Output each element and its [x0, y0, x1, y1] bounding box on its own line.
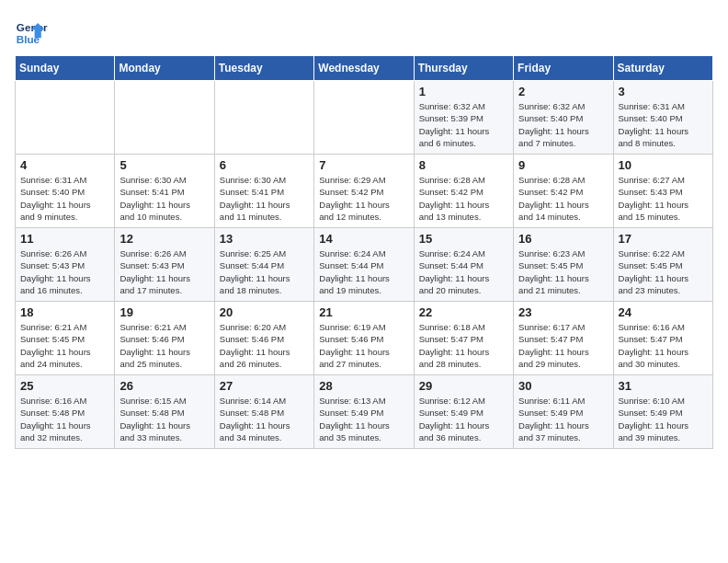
- day-info: Sunrise: 6:11 AM Sunset: 5:49 PM Dayligh…: [518, 395, 608, 443]
- week-row-2: 4Sunrise: 6:31 AM Sunset: 5:40 PM Daylig…: [16, 155, 713, 228]
- day-cell: [214, 81, 313, 155]
- day-number: 24: [619, 305, 708, 319]
- day-info: Sunrise: 6:24 AM Sunset: 5:44 PM Dayligh…: [319, 247, 408, 296]
- day-number: 28: [319, 379, 408, 393]
- day-cell: 11Sunrise: 6:26 AM Sunset: 5:43 PM Dayli…: [16, 228, 115, 302]
- day-number: 22: [419, 305, 508, 319]
- day-cell: 15Sunrise: 6:24 AM Sunset: 5:44 PM Dayli…: [414, 228, 513, 302]
- day-info: Sunrise: 6:21 AM Sunset: 5:45 PM Dayligh…: [20, 321, 109, 370]
- day-info: Sunrise: 6:18 AM Sunset: 5:47 PM Dayligh…: [419, 321, 508, 370]
- header-saturday: Saturday: [613, 56, 712, 81]
- day-cell: 30Sunrise: 6:11 AM Sunset: 5:49 PM Dayli…: [514, 375, 613, 449]
- day-number: 5: [119, 158, 209, 172]
- day-info: Sunrise: 6:26 AM Sunset: 5:43 PM Dayligh…: [20, 247, 109, 296]
- day-cell: 27Sunrise: 6:14 AM Sunset: 5:48 PM Dayli…: [214, 375, 313, 449]
- day-info: Sunrise: 6:26 AM Sunset: 5:43 PM Dayligh…: [119, 247, 209, 296]
- day-cell: 9Sunrise: 6:28 AM Sunset: 5:42 PM Daylig…: [514, 155, 613, 228]
- svg-text:General: General: [17, 21, 48, 33]
- day-number: 9: [518, 158, 608, 172]
- day-info: Sunrise: 6:13 AM Sunset: 5:49 PM Dayligh…: [319, 395, 408, 443]
- day-info: Sunrise: 6:30 AM Sunset: 5:41 PM Dayligh…: [119, 174, 209, 223]
- day-cell: 26Sunrise: 6:15 AM Sunset: 5:48 PM Dayli…: [115, 375, 214, 449]
- logo: General Blue: [15, 15, 48, 48]
- day-cell: 19Sunrise: 6:21 AM Sunset: 5:46 PM Dayli…: [115, 302, 214, 375]
- day-number: 15: [419, 232, 508, 246]
- day-cell: [115, 81, 214, 155]
- day-cell: 12Sunrise: 6:26 AM Sunset: 5:43 PM Dayli…: [115, 228, 214, 302]
- day-cell: 14Sunrise: 6:24 AM Sunset: 5:44 PM Dayli…: [314, 228, 414, 302]
- day-info: Sunrise: 6:32 AM Sunset: 5:40 PM Dayligh…: [518, 100, 608, 149]
- day-cell: 28Sunrise: 6:13 AM Sunset: 5:49 PM Dayli…: [314, 375, 414, 449]
- day-number: 8: [419, 158, 508, 172]
- day-info: Sunrise: 6:17 AM Sunset: 5:47 PM Dayligh…: [518, 321, 608, 370]
- day-number: 4: [20, 158, 109, 172]
- day-number: 27: [220, 379, 309, 393]
- day-cell: 31Sunrise: 6:10 AM Sunset: 5:49 PM Dayli…: [613, 375, 712, 449]
- day-number: 18: [20, 305, 109, 319]
- day-cell: 29Sunrise: 6:12 AM Sunset: 5:49 PM Dayli…: [414, 375, 513, 449]
- day-info: Sunrise: 6:29 AM Sunset: 5:42 PM Dayligh…: [319, 174, 408, 223]
- day-number: 23: [518, 305, 608, 319]
- day-number: 13: [220, 232, 309, 246]
- day-cell: 20Sunrise: 6:20 AM Sunset: 5:46 PM Dayli…: [214, 302, 313, 375]
- day-number: 20: [220, 305, 309, 319]
- day-number: 30: [518, 379, 608, 393]
- day-cell: 7Sunrise: 6:29 AM Sunset: 5:42 PM Daylig…: [314, 155, 414, 228]
- day-info: Sunrise: 6:31 AM Sunset: 5:40 PM Dayligh…: [20, 174, 109, 223]
- header-sunday: Sunday: [16, 56, 115, 81]
- day-number: 11: [20, 232, 109, 246]
- day-info: Sunrise: 6:23 AM Sunset: 5:45 PM Dayligh…: [518, 247, 608, 296]
- day-number: 7: [319, 158, 408, 172]
- day-cell: 3Sunrise: 6:31 AM Sunset: 5:40 PM Daylig…: [613, 81, 712, 155]
- day-number: 25: [20, 379, 109, 393]
- day-cell: 24Sunrise: 6:16 AM Sunset: 5:47 PM Dayli…: [613, 302, 712, 375]
- day-info: Sunrise: 6:16 AM Sunset: 5:48 PM Dayligh…: [20, 395, 109, 443]
- day-number: 17: [619, 232, 708, 246]
- week-row-3: 11Sunrise: 6:26 AM Sunset: 5:43 PM Dayli…: [16, 228, 713, 302]
- day-info: Sunrise: 6:20 AM Sunset: 5:46 PM Dayligh…: [220, 321, 309, 370]
- day-info: Sunrise: 6:21 AM Sunset: 5:46 PM Dayligh…: [119, 321, 209, 370]
- day-number: 10: [619, 158, 708, 172]
- day-cell: 22Sunrise: 6:18 AM Sunset: 5:47 PM Dayli…: [414, 302, 513, 375]
- week-row-4: 18Sunrise: 6:21 AM Sunset: 5:45 PM Dayli…: [16, 302, 713, 375]
- calendar-table: SundayMondayTuesdayWednesdayThursdayFrid…: [15, 55, 713, 449]
- day-cell: 25Sunrise: 6:16 AM Sunset: 5:48 PM Dayli…: [16, 375, 115, 449]
- day-cell: 2Sunrise: 6:32 AM Sunset: 5:40 PM Daylig…: [514, 81, 613, 155]
- header-friday: Friday: [514, 56, 613, 81]
- day-number: 31: [619, 379, 708, 393]
- day-number: 14: [319, 232, 408, 246]
- day-info: Sunrise: 6:28 AM Sunset: 5:42 PM Dayligh…: [419, 174, 508, 223]
- day-cell: 13Sunrise: 6:25 AM Sunset: 5:44 PM Dayli…: [214, 228, 313, 302]
- day-number: 1: [419, 85, 508, 98]
- day-number: 2: [518, 85, 608, 98]
- day-number: 29: [419, 379, 508, 393]
- week-row-1: 1Sunrise: 6:32 AM Sunset: 5:39 PM Daylig…: [16, 81, 713, 155]
- day-number: 16: [518, 232, 608, 246]
- day-info: Sunrise: 6:19 AM Sunset: 5:46 PM Dayligh…: [319, 321, 408, 370]
- day-cell: 1Sunrise: 6:32 AM Sunset: 5:39 PM Daylig…: [414, 81, 513, 155]
- week-row-5: 25Sunrise: 6:16 AM Sunset: 5:48 PM Dayli…: [16, 375, 713, 449]
- header-wednesday: Wednesday: [314, 56, 414, 81]
- header-thursday: Thursday: [414, 56, 513, 81]
- day-info: Sunrise: 6:27 AM Sunset: 5:43 PM Dayligh…: [619, 174, 708, 223]
- day-info: Sunrise: 6:16 AM Sunset: 5:47 PM Dayligh…: [619, 321, 708, 370]
- day-info: Sunrise: 6:10 AM Sunset: 5:49 PM Dayligh…: [619, 395, 708, 443]
- day-info: Sunrise: 6:24 AM Sunset: 5:44 PM Dayligh…: [419, 247, 508, 296]
- day-info: Sunrise: 6:31 AM Sunset: 5:40 PM Dayligh…: [619, 100, 708, 149]
- day-info: Sunrise: 6:32 AM Sunset: 5:39 PM Dayligh…: [419, 100, 508, 149]
- day-info: Sunrise: 6:28 AM Sunset: 5:42 PM Dayligh…: [518, 174, 608, 223]
- day-number: 12: [119, 232, 209, 246]
- calendar-header-row: SundayMondayTuesdayWednesdayThursdayFrid…: [16, 56, 713, 81]
- day-cell: 18Sunrise: 6:21 AM Sunset: 5:45 PM Dayli…: [16, 302, 115, 375]
- day-number: 26: [119, 379, 209, 393]
- day-cell: [16, 81, 115, 155]
- day-cell: 10Sunrise: 6:27 AM Sunset: 5:43 PM Dayli…: [613, 155, 712, 228]
- day-cell: 4Sunrise: 6:31 AM Sunset: 5:40 PM Daylig…: [16, 155, 115, 228]
- day-cell: [314, 81, 414, 155]
- day-cell: 17Sunrise: 6:22 AM Sunset: 5:45 PM Dayli…: [613, 228, 712, 302]
- day-number: 3: [619, 85, 708, 98]
- day-info: Sunrise: 6:25 AM Sunset: 5:44 PM Dayligh…: [220, 247, 309, 296]
- day-number: 6: [220, 158, 309, 172]
- day-number: 19: [119, 305, 209, 319]
- header-monday: Monday: [115, 56, 214, 81]
